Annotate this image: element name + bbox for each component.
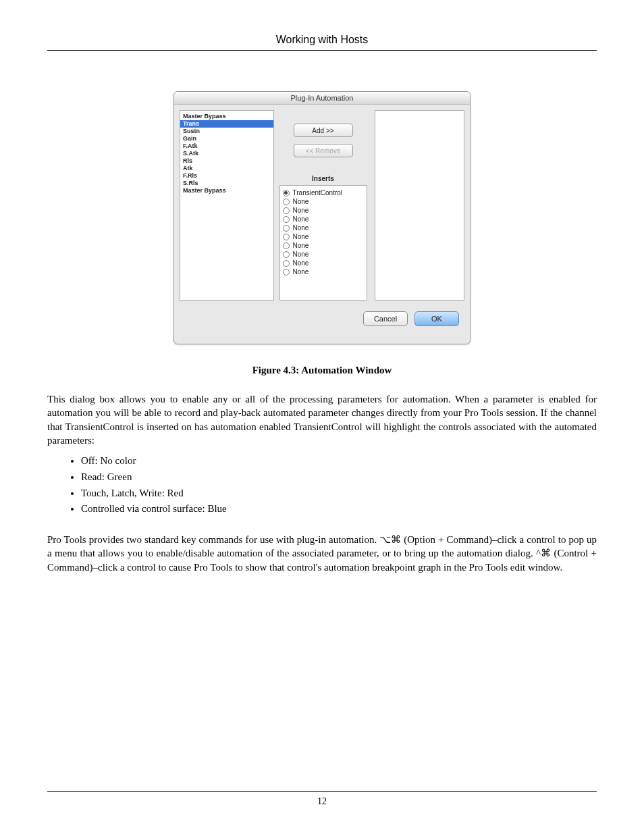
paragraph-2: Pro Tools provides two standard key comm… — [47, 533, 597, 574]
insert-item[interactable]: None — [283, 259, 364, 267]
insert-label: None — [293, 232, 309, 241]
inserts-label: Inserts — [312, 175, 334, 182]
insert-label: None — [293, 215, 309, 224]
param-item[interactable]: Trans — [180, 120, 273, 128]
automation-target-list[interactable] — [375, 110, 464, 301]
insert-item[interactable]: None — [283, 224, 364, 232]
radio-icon[interactable] — [283, 269, 290, 276]
key-combo-2: ^⌘ — [536, 548, 551, 558]
add-button[interactable]: Add >> — [294, 124, 353, 137]
parameter-list[interactable]: Master Bypass Trans Sustn Gain F.Atk S.A… — [180, 110, 274, 301]
param-item[interactable]: S.Atk — [180, 150, 273, 157]
dialog-footer: Cancel OK — [174, 301, 470, 344]
param-item[interactable]: S.Rls — [180, 180, 273, 187]
figure-automation-window: Plug-In Automation Master Bypass Trans S… — [173, 91, 471, 344]
list-item: Off: No color — [81, 454, 597, 469]
radio-icon[interactable] — [283, 225, 290, 232]
insert-label: None — [293, 250, 309, 259]
insert-item[interactable]: None — [283, 267, 364, 276]
paragraph-1: This dialog box allows you to enable any… — [47, 392, 597, 447]
ok-button[interactable]: OK — [414, 311, 459, 326]
radio-icon[interactable] — [283, 207, 290, 214]
param-item[interactable]: Rls — [180, 157, 273, 165]
insert-item[interactable]: None — [283, 206, 364, 215]
radio-icon[interactable] — [283, 234, 290, 240]
key-combo-1: ⌥⌘ — [379, 534, 401, 545]
param-item[interactable]: Sustn — [180, 128, 273, 135]
list-item: Touch, Latch, Write: Red — [81, 486, 597, 501]
insert-label: None — [293, 206, 309, 215]
remove-button[interactable]: << Remove — [294, 144, 353, 157]
insert-label: None — [293, 259, 309, 267]
dialog-title: Plug-In Automation — [174, 92, 470, 105]
insert-item[interactable]: None — [283, 250, 364, 259]
insert-label: TransientControl — [293, 188, 343, 197]
radio-icon[interactable] — [283, 199, 290, 205]
param-item[interactable]: Master Bypass — [180, 187, 273, 194]
radio-icon[interactable] — [283, 216, 290, 223]
insert-label: None — [293, 267, 309, 276]
radio-icon[interactable] — [283, 190, 290, 197]
para2-seg-a: Pro Tools provides two standard key comm… — [47, 534, 379, 545]
radio-icon[interactable] — [283, 260, 290, 267]
inserts-list[interactable]: TransientControl None None None None Non… — [279, 185, 367, 301]
param-item[interactable]: Master Bypass — [180, 113, 273, 120]
list-item: Read: Green — [81, 470, 597, 485]
page-header: Working with Hosts — [47, 34, 597, 51]
param-item[interactable]: Atk — [180, 165, 273, 172]
insert-label: None — [293, 241, 309, 250]
insert-item[interactable]: None — [283, 232, 364, 241]
param-item[interactable]: F.Atk — [180, 142, 273, 150]
figure-caption: Figure 4.3: Automation Window — [47, 365, 597, 376]
cancel-button[interactable]: Cancel — [363, 311, 408, 326]
param-item[interactable]: F.Rls — [180, 172, 273, 180]
plugin-automation-dialog: Plug-In Automation Master Bypass Trans S… — [173, 91, 471, 344]
insert-item[interactable]: None — [283, 241, 364, 250]
center-controls: Add >> << Remove Inserts TransientContro… — [274, 110, 372, 301]
page-number: 12 — [317, 796, 327, 806]
page-footer: 12 — [47, 791, 597, 807]
radio-icon[interactable] — [283, 251, 290, 258]
param-item[interactable]: Gain — [180, 135, 273, 142]
insert-item[interactable]: None — [283, 215, 364, 224]
insert-item[interactable]: TransientControl — [283, 188, 364, 197]
list-item: Controlled via control surface: Blue — [81, 502, 597, 517]
insert-item[interactable]: None — [283, 197, 364, 206]
color-legend-list: Off: No color Read: Green Touch, Latch, … — [81, 454, 597, 517]
radio-icon[interactable] — [283, 242, 290, 249]
insert-label: None — [293, 197, 309, 206]
insert-label: None — [293, 224, 309, 232]
